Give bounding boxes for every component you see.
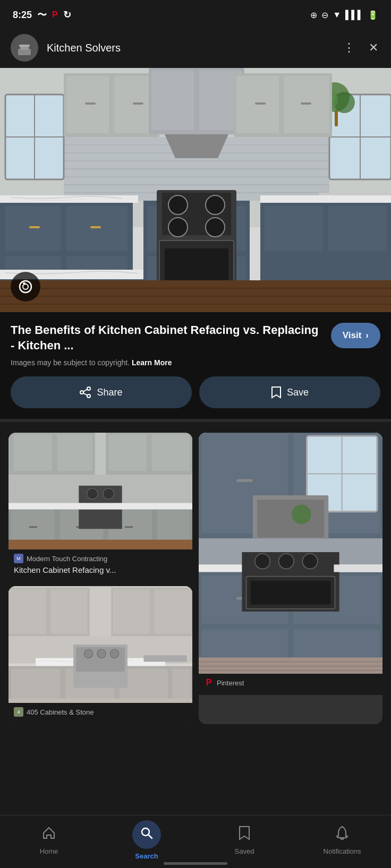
saved-icon bbox=[238, 826, 251, 844]
share-label: Share bbox=[97, 387, 122, 398]
svg-rect-30 bbox=[85, 102, 96, 105]
related-item-3[interactable]: 4 405 Cabinets & Stone bbox=[8, 586, 192, 724]
nav-home-label: Home bbox=[40, 847, 58, 855]
battery-icon: 🔋 bbox=[368, 10, 378, 20]
svg-rect-132 bbox=[236, 479, 253, 482]
home-icon bbox=[41, 826, 56, 844]
item-2-label: P Pinterest bbox=[199, 674, 382, 695]
svg-point-123 bbox=[97, 649, 106, 658]
search-circle bbox=[132, 820, 161, 849]
share-button[interactable]: Share bbox=[11, 376, 192, 408]
source-favicon-3: 4 bbox=[14, 707, 23, 717]
nav-search[interactable]: Search bbox=[98, 815, 196, 860]
source-row-3: 4 405 Cabinets & Stone bbox=[14, 707, 187, 717]
bell-icon bbox=[335, 826, 349, 844]
svg-rect-89 bbox=[108, 434, 146, 471]
svg-rect-40 bbox=[301, 102, 311, 105]
save-icon bbox=[271, 386, 282, 399]
minus-circle-icon: ⊖ bbox=[321, 10, 328, 20]
search-icon bbox=[140, 826, 154, 843]
svg-line-82 bbox=[83, 390, 87, 392]
svg-line-83 bbox=[83, 393, 87, 396]
svg-rect-31 bbox=[133, 102, 143, 105]
svg-rect-125 bbox=[143, 656, 186, 662]
svg-point-61 bbox=[168, 195, 188, 214]
svg-rect-57 bbox=[328, 206, 387, 251]
svg-rect-26 bbox=[335, 110, 338, 126]
action-buttons: Share Save bbox=[11, 376, 380, 419]
visit-label: Visit bbox=[343, 330, 362, 341]
svg-rect-155 bbox=[251, 581, 331, 605]
visit-arrow: › bbox=[366, 330, 369, 341]
svg-rect-87 bbox=[14, 434, 52, 471]
svg-rect-67 bbox=[0, 195, 138, 203]
wave-icon: 〜 bbox=[37, 8, 47, 21]
svg-rect-66 bbox=[165, 248, 228, 283]
svg-rect-3 bbox=[19, 45, 30, 47]
status-right: ⊕ ⊖ ▼ ▌▌▌ 🔋 bbox=[310, 10, 378, 20]
source-favicon-pinterest: P bbox=[204, 678, 214, 687]
svg-rect-39 bbox=[255, 102, 266, 105]
svg-rect-75 bbox=[260, 195, 391, 203]
svg-rect-88 bbox=[57, 434, 92, 471]
wifi-icon: ▼ bbox=[333, 10, 341, 20]
svg-point-124 bbox=[110, 649, 118, 658]
svg-rect-126 bbox=[8, 699, 192, 703]
kitchen-scene bbox=[0, 68, 391, 312]
item-title-1: Kitchen Cabinet Refacing v... bbox=[14, 565, 187, 574]
svg-point-63 bbox=[168, 218, 188, 237]
svg-rect-119 bbox=[172, 669, 190, 700]
svg-point-76 bbox=[20, 281, 31, 293]
svg-point-101 bbox=[87, 488, 98, 499]
site-avatar bbox=[11, 34, 38, 62]
svg-rect-104 bbox=[8, 540, 192, 549]
copyright-notice: Images may be subject to copyright. Lear… bbox=[11, 358, 380, 367]
nav-saved-label: Saved bbox=[235, 847, 254, 855]
nav-saved[interactable]: Saved bbox=[196, 820, 293, 855]
svg-rect-139 bbox=[257, 500, 324, 537]
svg-rect-109 bbox=[50, 589, 87, 633]
status-bar: 8:25 〜 P ↻ ⊕ ⊖ ▼ ▌▌▌ 🔋 bbox=[0, 0, 391, 28]
source-favicon-1: M bbox=[14, 554, 23, 563]
header-actions: ⋮ ✕ bbox=[341, 39, 380, 57]
pinterest-status-icon: P bbox=[52, 10, 58, 20]
camera-search-button[interactable] bbox=[11, 272, 40, 302]
related-grid: M Modern Touch Contracting Kitchen Cabin… bbox=[0, 422, 391, 735]
svg-rect-156 bbox=[334, 565, 382, 572]
nav-notifications[interactable]: Notifications bbox=[293, 820, 391, 855]
related-item-2[interactable]: P Pinterest bbox=[199, 433, 382, 724]
more-button[interactable]: ⋮ bbox=[341, 39, 357, 57]
svg-point-140 bbox=[292, 505, 311, 525]
svg-rect-46 bbox=[29, 226, 40, 228]
svg-point-81 bbox=[80, 391, 83, 394]
svg-rect-103 bbox=[8, 503, 192, 510]
source-name-2: Pinterest bbox=[217, 679, 244, 687]
svg-rect-111 bbox=[113, 589, 149, 633]
item-1-label: M Modern Touch Contracting Kitchen Cabin… bbox=[8, 549, 192, 580]
related-item-1[interactable]: M Modern Touch Contracting Kitchen Cabin… bbox=[8, 433, 192, 580]
source-name-3: 405 Cabinets & Stone bbox=[27, 708, 94, 716]
save-button[interactable]: Save bbox=[199, 376, 380, 408]
svg-rect-78 bbox=[23, 282, 26, 284]
svg-line-162 bbox=[149, 835, 152, 839]
source-row-2: P Pinterest bbox=[204, 678, 377, 687]
svg-point-79 bbox=[87, 387, 90, 390]
svg-rect-157 bbox=[199, 658, 382, 674]
title-visit-row: The Benefits of Kitchen Cabinet Refacing… bbox=[11, 323, 380, 353]
svg-rect-56 bbox=[265, 206, 323, 251]
svg-point-102 bbox=[103, 488, 114, 499]
learn-more-link[interactable]: Learn More bbox=[132, 358, 172, 367]
sync-icon: ↻ bbox=[63, 9, 71, 21]
nav-home[interactable]: Home bbox=[0, 820, 98, 855]
svg-marker-35 bbox=[165, 134, 228, 158]
svg-rect-42 bbox=[5, 206, 61, 251]
site-name: Kitchen Solvers bbox=[47, 42, 333, 54]
svg-rect-112 bbox=[155, 589, 191, 633]
close-button[interactable]: ✕ bbox=[367, 39, 380, 57]
visit-button[interactable]: Visit › bbox=[331, 323, 380, 348]
info-section: The Benefits of Kitchen Cabinet Refacing… bbox=[0, 312, 391, 419]
svg-rect-47 bbox=[90, 226, 101, 228]
main-image bbox=[0, 68, 391, 312]
right-column: P Pinterest bbox=[199, 433, 382, 724]
svg-point-77 bbox=[23, 284, 28, 289]
